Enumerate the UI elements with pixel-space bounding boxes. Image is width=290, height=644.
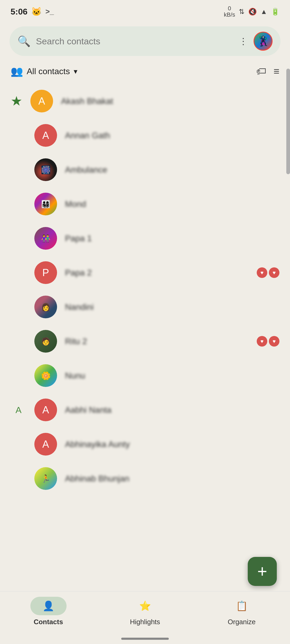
status-left: 5:06 🐱 >_ bbox=[11, 7, 54, 17]
contact-name: Annan Gath bbox=[65, 131, 279, 140]
list-item[interactable]: 🎆 Ambulance bbox=[0, 153, 290, 187]
avatar: A bbox=[34, 124, 57, 147]
list-item[interactable]: A Abhinayika Aunty bbox=[0, 427, 290, 461]
heart-1: ♥ bbox=[257, 336, 267, 347]
mute-icon: 🔇 bbox=[248, 8, 257, 16]
star-icon: ★ bbox=[11, 93, 22, 109]
status-right: 0kB/s ⇅ 🔇 ▲ 🔋 bbox=[224, 5, 279, 18]
cat-icon: 🐱 bbox=[31, 7, 42, 17]
section-letter-a: A bbox=[11, 405, 26, 415]
battery-icon: 🔋 bbox=[271, 8, 279, 16]
status-bar: 5:06 🐱 >_ 0kB/s ⇅ 🔇 ▲ 🔋 bbox=[0, 0, 290, 21]
list-item[interactable]: A A Aabhi Nanta bbox=[0, 393, 290, 427]
contacts-group-icon: 👥 bbox=[11, 65, 23, 77]
list-item[interactable]: 👩 Nandini bbox=[0, 290, 290, 324]
nav-organize-label: Organize bbox=[228, 618, 256, 626]
contact-name: Nunu bbox=[65, 371, 279, 381]
contact-name: Mond bbox=[65, 199, 279, 209]
avatar: 🌼 bbox=[34, 364, 57, 387]
avatar: 🎆 bbox=[34, 158, 57, 181]
bottom-nav: 👤 Contacts ⭐ Highlights 📋 Organize bbox=[0, 591, 290, 644]
avatar: A bbox=[34, 399, 57, 421]
organize-nav-icon: 📋 bbox=[236, 600, 248, 612]
hearts-badge: ♥ ♥ bbox=[257, 336, 279, 347]
list-item[interactable]: 🧑 Ritu 2 ♥ ♥ bbox=[0, 324, 290, 358]
nav-highlights-label: Highlights bbox=[130, 618, 160, 626]
contact-name: Abhinayika Aunty bbox=[65, 439, 279, 449]
nav-highlights-bg: ⭐ bbox=[127, 597, 163, 615]
profile-avatar[interactable]: 🦹 bbox=[254, 32, 273, 51]
heart-1: ♥ bbox=[257, 267, 267, 278]
search-icon: 🔍 bbox=[17, 35, 31, 48]
highlights-nav-icon: ⭐ bbox=[139, 600, 151, 612]
list-item[interactable]: 👫 Papa 1 bbox=[0, 221, 290, 255]
list-item[interactable]: 🌼 Nunu bbox=[0, 358, 290, 393]
more-options-icon[interactable]: ⋮ bbox=[239, 36, 248, 46]
contacts-nav-icon: 👤 bbox=[43, 600, 54, 612]
plus-icon: + bbox=[257, 563, 267, 580]
heart-2: ♥ bbox=[269, 267, 279, 278]
home-indicator bbox=[121, 638, 169, 640]
dropdown-chevron-icon: ▾ bbox=[74, 67, 77, 76]
all-contacts-label: All contacts bbox=[27, 67, 70, 76]
list-item[interactable]: P Papa 2 ♥ ♥ bbox=[0, 255, 290, 290]
toolbar-right: 🏷 ≡ bbox=[256, 66, 279, 77]
list-item[interactable]: ★ A Akash Bhakat bbox=[0, 84, 290, 118]
list-item[interactable]: 👨‍👩‍👧‍👦 Mond bbox=[0, 187, 290, 221]
search-bar-container: 🔍 Search contacts ⋮ 🦹 bbox=[0, 21, 290, 61]
data-speed: 0kB/s bbox=[224, 5, 235, 18]
label-icon[interactable]: 🏷 bbox=[256, 66, 266, 77]
avatar: P bbox=[34, 261, 57, 284]
nav-contacts-bg: 👤 bbox=[30, 597, 67, 615]
nav-item-contacts[interactable]: 👤 Contacts bbox=[0, 597, 97, 626]
avatar: A bbox=[34, 433, 57, 456]
all-contacts-button[interactable]: 👥 All contacts ▾ bbox=[11, 65, 77, 77]
avatar: 👨‍👩‍👧‍👦 bbox=[34, 193, 57, 215]
wifi-icon: ▲ bbox=[260, 8, 267, 16]
nav-contacts-label: Contacts bbox=[34, 618, 63, 626]
heart-2: ♥ bbox=[269, 336, 279, 347]
contact-name: Papa 1 bbox=[65, 234, 279, 243]
avatar: 🏃 bbox=[34, 467, 57, 490]
add-contact-fab[interactable]: + bbox=[248, 557, 277, 586]
nav-organize-bg: 📋 bbox=[224, 597, 260, 615]
search-bar[interactable]: 🔍 Search contacts ⋮ 🦹 bbox=[10, 26, 280, 56]
filter-icon[interactable]: ≡ bbox=[274, 66, 279, 77]
arrows-icon: ⇅ bbox=[239, 8, 245, 16]
nav-item-highlights[interactable]: ⭐ Highlights bbox=[97, 597, 193, 626]
contact-name: Abhinab Bhunjan bbox=[65, 474, 279, 484]
contact-list: ★ A Akash Bhakat A Annan Gath 🎆 Ambulanc… bbox=[0, 81, 290, 498]
contact-name: Ritu 2 bbox=[65, 337, 246, 346]
avatar: 👩 bbox=[34, 296, 57, 318]
nav-item-organize[interactable]: 📋 Organize bbox=[193, 597, 290, 626]
search-input[interactable]: Search contacts bbox=[36, 36, 233, 46]
avatar: 👫 bbox=[34, 227, 57, 250]
toolbar: 👥 All contacts ▾ 🏷 ≡ bbox=[0, 61, 290, 81]
status-time: 5:06 bbox=[11, 7, 27, 17]
avatar: 🧑 bbox=[34, 330, 57, 353]
list-item[interactable]: 🏃 Abhinab Bhunjan bbox=[0, 461, 290, 496]
contact-name: Akash Bhakat bbox=[61, 96, 279, 106]
contact-name: Nandini bbox=[65, 302, 279, 312]
hearts-badge: ♥ ♥ bbox=[257, 267, 279, 278]
list-item[interactable]: A Annan Gath bbox=[0, 118, 290, 153]
avatar: A bbox=[30, 90, 53, 112]
contact-name: Aabhi Nanta bbox=[65, 405, 279, 415]
contact-name: Ambulance bbox=[65, 165, 279, 175]
contact-name: Papa 2 bbox=[65, 268, 246, 278]
terminal-icon: >_ bbox=[45, 7, 54, 16]
